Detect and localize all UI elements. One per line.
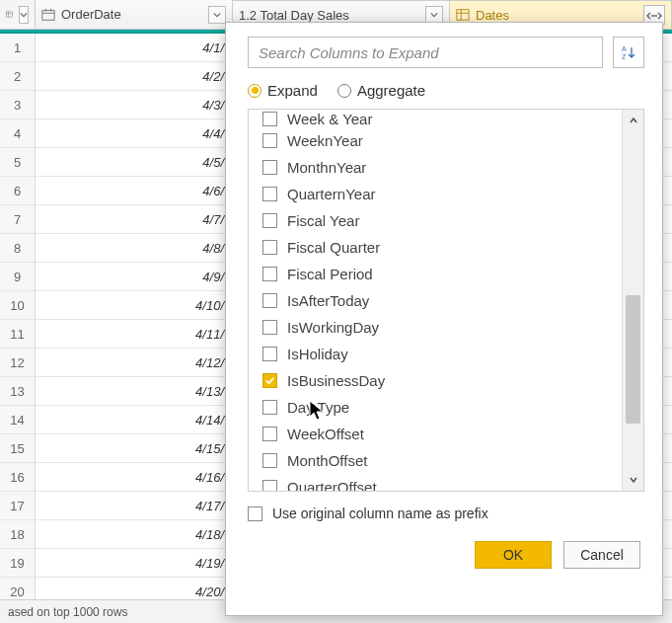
svg-rect-0 — [6, 12, 12, 17]
table-menu-dropdown[interactable] — [19, 6, 29, 24]
column-title: 1.2 Total Day Sales — [239, 8, 419, 23]
row-number: 4 — [0, 119, 36, 147]
option-label: IsHoliday — [287, 346, 348, 362]
table-icon — [6, 8, 13, 22]
row-number: 18 — [0, 520, 36, 548]
search-input[interactable] — [248, 37, 603, 68]
column-option[interactable]: IsWorkingDay — [249, 314, 622, 341]
option-label: MonthOffset — [287, 452, 367, 469]
calendar-icon — [41, 8, 55, 22]
option-label: Day Type — [287, 399, 349, 416]
scroll-down-button[interactable] — [623, 469, 643, 491]
option-label: IsBusinessDay — [287, 372, 385, 389]
column-option[interactable]: QuarterOffset — [249, 474, 622, 492]
column-option[interactable]: QuarternYear — [249, 181, 622, 207]
checkbox[interactable] — [262, 373, 277, 388]
cell-orderdate[interactable]: 4/5/ — [36, 148, 233, 176]
cell-orderdate[interactable]: 4/3/ — [36, 91, 233, 118]
cell-orderdate[interactable]: 4/15/ — [36, 434, 233, 462]
scrollbar[interactable] — [622, 110, 643, 491]
row-number: 10 — [0, 291, 36, 319]
cell-orderdate[interactable]: 4/8/ — [36, 234, 233, 262]
column-option[interactable]: MonthnYear — [249, 154, 622, 181]
column-option[interactable]: WeekOffset — [249, 421, 622, 447]
column-option[interactable]: IsHoliday — [249, 341, 622, 367]
checkbox[interactable] — [262, 427, 277, 441]
svg-text:Z: Z — [622, 53, 627, 60]
column-header-orderdate[interactable]: OrderDate — [36, 0, 233, 29]
option-label: IsAfterToday — [287, 292, 369, 309]
option-label: WeekOffset — [287, 426, 364, 442]
row-number-header — [0, 0, 36, 29]
row-number: 1 — [0, 34, 36, 61]
checkbox[interactable] — [262, 453, 277, 468]
checkbox[interactable] — [262, 267, 277, 281]
checkbox[interactable] — [262, 112, 277, 126]
column-option[interactable]: Fiscal Year — [249, 207, 622, 234]
ok-button[interactable]: OK — [475, 541, 552, 569]
cell-orderdate[interactable]: 4/2/ — [36, 62, 233, 90]
column-option[interactable]: Fiscal Period — [249, 261, 622, 287]
row-number: 3 — [0, 91, 36, 118]
column-filter-dropdown[interactable] — [208, 6, 226, 24]
row-number: 2 — [0, 62, 36, 90]
column-option[interactable]: IsAfterToday — [249, 287, 622, 314]
svg-rect-3 — [42, 10, 54, 20]
column-option[interactable]: Day Type — [249, 394, 622, 421]
cell-orderdate[interactable]: 4/18/ — [36, 520, 233, 548]
expand-radio[interactable]: Expand — [248, 82, 318, 99]
row-number: 12 — [0, 349, 36, 376]
cell-orderdate[interactable]: 4/16/ — [36, 463, 233, 491]
checkbox[interactable] — [262, 293, 277, 308]
checkbox[interactable] — [262, 347, 277, 361]
scroll-up-button[interactable] — [623, 110, 643, 131]
row-number: 15 — [0, 434, 36, 462]
cell-orderdate[interactable]: 4/9/ — [36, 263, 233, 290]
checkbox[interactable] — [262, 240, 277, 255]
row-number: 14 — [0, 406, 36, 433]
column-option[interactable]: IsBusinessDay — [249, 367, 622, 394]
column-option[interactable]: Week & Year — [249, 110, 622, 127]
cell-orderdate[interactable]: 4/17/ — [36, 492, 233, 519]
expand-columns-popup: AZ Expand Aggregate Week & YearWeeknYear… — [225, 22, 663, 616]
checkbox[interactable] — [262, 400, 277, 415]
cell-orderdate[interactable]: 4/13/ — [36, 377, 233, 405]
cell-orderdate[interactable]: 4/10/ — [36, 291, 233, 319]
column-title: OrderDate — [61, 7, 202, 22]
sort-button[interactable]: AZ — [613, 37, 644, 68]
cell-orderdate[interactable]: 4/6/ — [36, 177, 233, 204]
checkbox[interactable] — [262, 320, 277, 335]
column-option[interactable]: WeeknYear — [249, 127, 622, 154]
row-number: 13 — [0, 377, 36, 405]
row-number: 19 — [0, 549, 36, 577]
row-number: 17 — [0, 492, 36, 519]
checkbox[interactable] — [262, 133, 277, 148]
aggregate-radio[interactable]: Aggregate — [337, 82, 425, 99]
table-icon — [456, 8, 470, 22]
checkbox[interactable] — [262, 187, 277, 201]
row-number: 11 — [0, 320, 36, 348]
cell-orderdate[interactable]: 4/7/ — [36, 205, 233, 233]
option-label: WeeknYear — [287, 132, 363, 149]
svg-rect-7 — [457, 10, 469, 21]
row-number: 6 — [0, 177, 36, 204]
row-number: 8 — [0, 234, 36, 262]
cell-orderdate[interactable]: 4/14/ — [36, 406, 233, 433]
cell-orderdate[interactable]: 4/1/ — [36, 34, 233, 61]
checkbox[interactable] — [262, 160, 277, 175]
cell-orderdate[interactable]: 4/4/ — [36, 119, 233, 147]
cancel-button[interactable]: Cancel — [563, 541, 640, 569]
column-option[interactable]: Fiscal Quarter — [249, 234, 622, 261]
cell-orderdate[interactable]: 4/11/ — [36, 320, 233, 348]
row-number: 16 — [0, 463, 36, 491]
checkbox[interactable] — [262, 213, 277, 228]
option-label: Week & Year — [287, 111, 372, 127]
cell-orderdate[interactable]: 4/12/ — [36, 349, 233, 376]
cell-orderdate[interactable]: 4/19/ — [36, 549, 233, 577]
radio-label: Expand — [267, 82, 318, 99]
option-label: IsWorkingDay — [287, 319, 379, 336]
scrollbar-thumb[interactable] — [626, 295, 640, 424]
column-option[interactable]: MonthOffset — [249, 447, 622, 474]
checkbox[interactable] — [262, 480, 277, 492]
prefix-checkbox[interactable] — [248, 506, 262, 521]
